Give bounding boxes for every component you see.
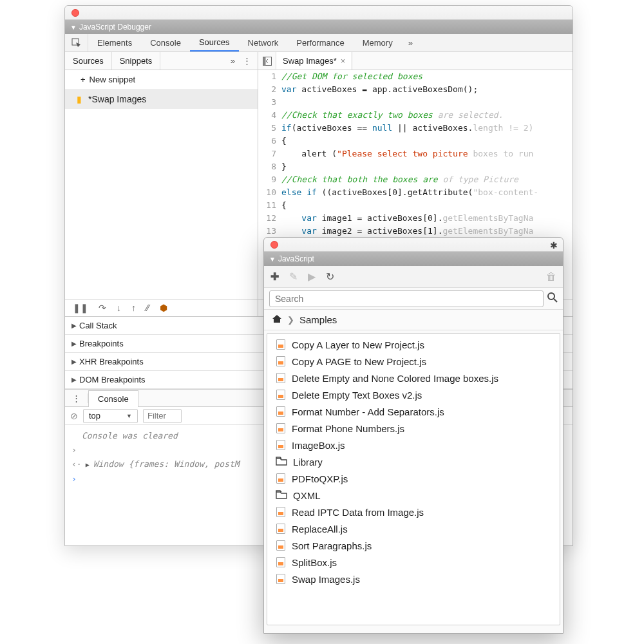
step-over-icon[interactable]: ↷ [99, 303, 106, 313]
list-item[interactable]: SplitBox.js [267, 554, 560, 571]
list-item[interactable]: Format Phone Numbers.js [267, 420, 560, 437]
item-label: SplitBox.js [292, 557, 337, 568]
list-item[interactable]: Library [267, 453, 560, 470]
tab-sources-nav[interactable]: Sources [65, 52, 112, 70]
tab-snippets[interactable]: Snippets [112, 52, 161, 70]
code-line: 1//Get DOM for selected boxes [258, 70, 573, 83]
tab-sources[interactable]: Sources [190, 34, 239, 52]
tab-memory[interactable]: Memory [354, 34, 402, 52]
tab-performance[interactable]: Performance [287, 34, 353, 52]
list-item[interactable]: PDFtoQXP.js [267, 470, 560, 487]
snippet-file-icon: ▮ [77, 94, 82, 104]
close-window-button[interactable] [270, 241, 278, 249]
line-number[interactable]: 13 [258, 225, 281, 238]
line-number[interactable]: 8 [258, 160, 281, 173]
expand-triangle-icon[interactable]: ▶ [86, 458, 90, 472]
line-number[interactable]: 3 [258, 96, 281, 109]
item-label: ImageBox.js [292, 440, 345, 451]
clear-console-icon[interactable]: ⊘ [70, 411, 78, 421]
snippet-name: *Swap Images [88, 94, 146, 104]
pause-on-exceptions-icon[interactable]: ⬢ [160, 303, 167, 313]
inspect-element-icon[interactable] [65, 34, 88, 52]
reload-icon[interactable]: ↻ [326, 270, 334, 283]
line-number[interactable]: 4 [258, 109, 281, 122]
line-number[interactable]: 5 [258, 122, 281, 135]
console-drawer-tab[interactable]: Console [88, 390, 138, 407]
disclosure-triangle-icon: ▶ [71, 376, 77, 383]
new-snippet-label: New snippet [90, 75, 136, 84]
search-input[interactable] [269, 290, 544, 307]
list-item[interactable]: ImageBox.js [267, 437, 560, 453]
trash-icon[interactable]: 🗑 [546, 271, 556, 283]
code-line: 6{ [258, 135, 573, 147]
line-number[interactable]: 12 [258, 212, 281, 225]
list-item[interactable]: Delete Empty Text Boxes v2.js [267, 386, 560, 403]
line-number[interactable]: 2 [258, 83, 281, 96]
console-filter-input[interactable] [143, 409, 182, 423]
play-icon[interactable]: ▶ [308, 270, 316, 283]
code-line: 12 var image1 = activeBoxes[0].getElemen… [258, 212, 573, 225]
home-icon[interactable] [272, 314, 282, 326]
list-item[interactable]: ReplaceAll.js [267, 520, 560, 537]
deactivate-breakpoints-icon[interactable]: ⁄∕ [146, 303, 149, 313]
jsfile-icon [276, 390, 285, 400]
prompt-icon: › [71, 443, 77, 457]
tab-network[interactable]: Network [239, 34, 288, 52]
sources-subrow: Sources Snippets » ⋮ Swap Images* × [65, 52, 573, 70]
line-number[interactable]: 1 [258, 70, 281, 83]
disclosure-triangle-icon: ▶ [71, 340, 77, 347]
drawer-menu-icon[interactable]: ⋮ [65, 393, 88, 403]
code-line: 9//Check that both the boxes are of type… [258, 173, 573, 186]
disclosure-triangle-icon[interactable]: ▼ [70, 24, 77, 31]
search-icon[interactable] [547, 292, 558, 305]
list-item[interactable]: Swap Images.js [267, 571, 560, 587]
line-number[interactable]: 9 [258, 173, 281, 186]
jsfile-icon [276, 440, 285, 450]
kebab-menu-icon[interactable]: ⋮ [243, 56, 251, 66]
line-number[interactable]: 6 [258, 135, 281, 147]
show-navigator-icon[interactable] [258, 52, 276, 70]
step-into-icon[interactable]: ↓ [117, 303, 121, 313]
line-number[interactable]: 7 [258, 147, 281, 160]
jsfile-icon [276, 339, 285, 350]
list-item[interactable]: Read IPTC Data from Image.js [267, 504, 560, 520]
pause-icon[interactable]: ❚❚ [73, 303, 88, 313]
snippet-list-item[interactable]: ▮ *Swap Images [65, 90, 258, 109]
code-line: 11{ [258, 199, 573, 212]
file-list[interactable]: Copy A Layer to New Project.jsCopy A PAG… [267, 333, 560, 625]
breadcrumb-folder[interactable]: Samples [299, 314, 337, 325]
code-line: 10else if ((activeBoxes[0].getAttribute(… [258, 186, 573, 199]
svg-rect-2 [263, 57, 265, 65]
file-tab-swap-images[interactable]: Swap Images* × [276, 52, 352, 70]
console-context-select[interactable]: top ▼ [83, 409, 138, 423]
list-item[interactable]: Copy A Layer to New Project.js [267, 336, 560, 353]
edit-icon[interactable]: ✎ [289, 270, 298, 283]
close-window-button[interactable] [71, 9, 79, 17]
prompt-icon: › [71, 472, 77, 486]
list-item[interactable]: QXML [267, 487, 560, 504]
code-line: 2var activeBoxes = app.activeBoxesDom(); [258, 83, 573, 96]
tab-elements[interactable]: Elements [88, 34, 141, 52]
item-label: Delete Empty Text Boxes v2.js [292, 390, 422, 401]
more-subtabs-icon[interactable]: » [231, 56, 235, 66]
gear-icon[interactable]: ✱ [550, 240, 558, 251]
step-out-icon[interactable]: ↑ [131, 303, 136, 313]
line-number[interactable]: 11 [258, 199, 281, 212]
list-item[interactable]: Delete Empty and None Colored Image boxe… [267, 370, 560, 386]
tab-console[interactable]: Console [141, 34, 190, 52]
javascript-panel-window: ✱ ▼ JavaScript ✚ ✎ ▶ ↻ 🗑 ❯ Samples Copy … [263, 237, 564, 634]
close-tab-icon[interactable]: × [341, 56, 346, 66]
list-item[interactable]: Copy A PAGE to New Project.js [267, 353, 560, 370]
code-line: 7 alert ("Please select two picture boxe… [258, 147, 573, 160]
breadcrumb-separator-icon: ❯ [287, 315, 294, 325]
add-icon[interactable]: ✚ [270, 270, 279, 283]
snippets-sidebar: + New snippet ▮ *Swap Images [65, 70, 258, 299]
list-item[interactable]: Format Number - Add Separators.js [267, 403, 560, 420]
more-tabs-icon[interactable]: » [402, 34, 419, 52]
line-number[interactable]: 10 [258, 186, 281, 199]
jsfile-icon [276, 406, 285, 417]
devtools-tabstrip: ElementsConsoleSourcesNetworkPerformance… [65, 34, 573, 52]
disclosure-triangle-icon[interactable]: ▼ [269, 256, 276, 263]
new-snippet-button[interactable]: + New snippet [65, 70, 258, 90]
list-item[interactable]: Sort Paragraphs.js [267, 537, 560, 554]
